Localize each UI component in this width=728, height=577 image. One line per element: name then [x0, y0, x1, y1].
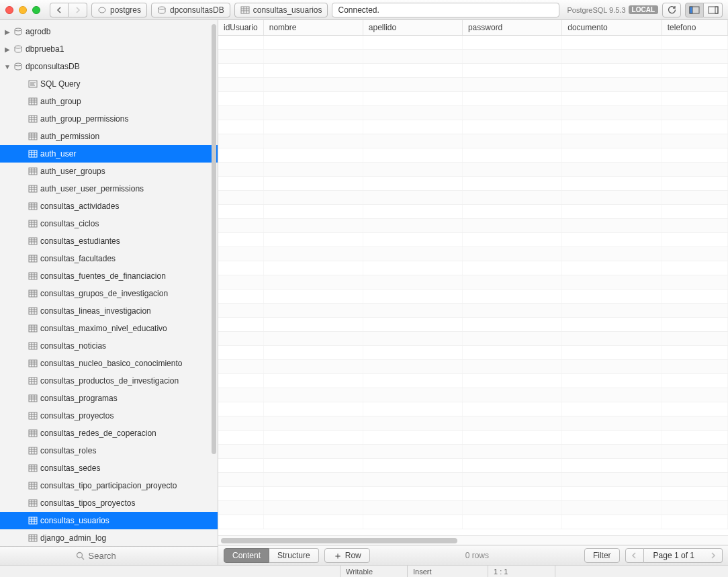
table-cell[interactable] — [562, 473, 662, 487]
table-cell[interactable] — [363, 36, 462, 50]
table-cell[interactable] — [562, 445, 662, 459]
table-cell[interactable] — [363, 290, 462, 304]
table-cell[interactable] — [462, 78, 561, 92]
table-cell[interactable] — [363, 233, 462, 247]
data-grid[interactable]: idUsuarionombreapellidopassworddocumento… — [218, 20, 728, 529]
table-cell[interactable] — [562, 332, 662, 346]
table-cell[interactable] — [462, 92, 561, 106]
table-cell[interactable] — [462, 318, 561, 332]
table-cell[interactable] — [562, 261, 662, 275]
sidebar-item-sql-query[interactable]: SQL Query — [0, 75, 218, 93]
table-cell[interactable] — [363, 501, 462, 515]
table-cell[interactable] — [263, 459, 363, 473]
table-cell[interactable] — [662, 247, 727, 261]
sidebar-item-table[interactable]: auth_permission — [0, 128, 218, 145]
table-cell[interactable] — [462, 388, 561, 402]
table-cell[interactable] — [218, 304, 263, 318]
table-row[interactable] — [218, 275, 728, 290]
table-cell[interactable] — [263, 148, 363, 163]
table-cell[interactable] — [462, 134, 561, 148]
table-cell[interactable] — [462, 163, 561, 177]
table-cell[interactable] — [462, 459, 561, 473]
table-cell[interactable] — [263, 163, 363, 177]
table-cell[interactable] — [363, 388, 462, 402]
table-cell[interactable] — [363, 64, 462, 78]
table-cell[interactable] — [562, 148, 662, 163]
table-cell[interactable] — [218, 515, 263, 529]
table-cell[interactable] — [363, 473, 462, 487]
table-cell[interactable] — [462, 233, 561, 247]
table-cell[interactable] — [263, 402, 363, 416]
disclosure-triangle-icon[interactable]: ▼ — [4, 63, 11, 71]
table-cell[interactable] — [562, 431, 662, 445]
table-cell[interactable] — [218, 247, 263, 261]
table-cell[interactable] — [363, 50, 462, 64]
table-cell[interactable] — [562, 501, 662, 515]
table-cell[interactable] — [562, 163, 662, 177]
table-cell[interactable] — [562, 233, 662, 247]
table-row[interactable] — [218, 219, 728, 233]
table-row[interactable] — [218, 134, 728, 148]
table-cell[interactable] — [562, 346, 662, 360]
table-cell[interactable] — [462, 205, 561, 219]
table-cell[interactable] — [462, 191, 561, 205]
table-cell[interactable] — [218, 402, 263, 416]
horizontal-scrollbar-thumb[interactable] — [221, 538, 457, 543]
sidebar-item-table[interactable]: consultas_grupos_de_investigacion — [0, 285, 218, 302]
back-button[interactable] — [50, 3, 69, 17]
table-cell[interactable] — [218, 445, 263, 459]
forward-button[interactable] — [69, 3, 87, 17]
table-cell[interactable] — [462, 515, 561, 529]
breadcrumb-table[interactable]: consultas_usuarios — [234, 3, 328, 17]
table-cell[interactable] — [363, 261, 462, 275]
table-cell[interactable] — [263, 431, 363, 445]
table-cell[interactable] — [662, 191, 727, 205]
table-cell[interactable] — [462, 106, 561, 120]
table-cell[interactable] — [218, 346, 263, 360]
table-cell[interactable] — [363, 163, 462, 177]
sidebar-item-table[interactable]: consultas_sedes — [0, 459, 218, 477]
sidebar-search[interactable] — [0, 546, 218, 565]
table-cell[interactable] — [218, 78, 263, 92]
table-cell[interactable] — [462, 290, 561, 304]
table-cell[interactable] — [263, 473, 363, 487]
table-cell[interactable] — [263, 416, 363, 431]
table-cell[interactable] — [218, 191, 263, 205]
table-cell[interactable] — [662, 332, 727, 346]
table-cell[interactable] — [363, 374, 462, 388]
sidebar-item-table[interactable]: consultas_facultades — [0, 250, 218, 267]
table-cell[interactable] — [363, 177, 462, 191]
table-cell[interactable] — [363, 92, 462, 106]
layout-left-button[interactable] — [685, 3, 704, 17]
table-cell[interactable] — [363, 106, 462, 120]
table-cell[interactable] — [462, 445, 561, 459]
table-cell[interactable] — [662, 487, 727, 501]
table-cell[interactable] — [363, 120, 462, 134]
table-cell[interactable] — [363, 445, 462, 459]
table-row[interactable] — [218, 177, 728, 191]
table-row[interactable] — [218, 416, 728, 431]
table-cell[interactable] — [662, 360, 727, 374]
content-tab[interactable]: Content — [224, 548, 269, 563]
table-cell[interactable] — [263, 205, 363, 219]
table-cell[interactable] — [263, 233, 363, 247]
table-row[interactable] — [218, 431, 728, 445]
table-cell[interactable] — [218, 120, 263, 134]
table-cell[interactable] — [363, 247, 462, 261]
table-cell[interactable] — [263, 318, 363, 332]
table-row[interactable] — [218, 360, 728, 374]
sidebar-scrollbar[interactable] — [212, 24, 216, 454]
table-cell[interactable] — [263, 120, 363, 134]
table-cell[interactable] — [662, 233, 727, 247]
table-cell[interactable] — [462, 416, 561, 431]
sidebar-item-table[interactable]: consultas_usuarios — [0, 512, 218, 529]
table-cell[interactable] — [218, 261, 263, 275]
table-cell[interactable] — [218, 163, 263, 177]
sidebar-item-table[interactable]: consultas_noticias — [0, 337, 218, 355]
table-row[interactable] — [218, 163, 728, 177]
table-cell[interactable] — [263, 487, 363, 501]
table-cell[interactable] — [263, 515, 363, 529]
table-cell[interactable] — [562, 134, 662, 148]
table-row[interactable] — [218, 332, 728, 346]
table-cell[interactable] — [662, 148, 727, 163]
